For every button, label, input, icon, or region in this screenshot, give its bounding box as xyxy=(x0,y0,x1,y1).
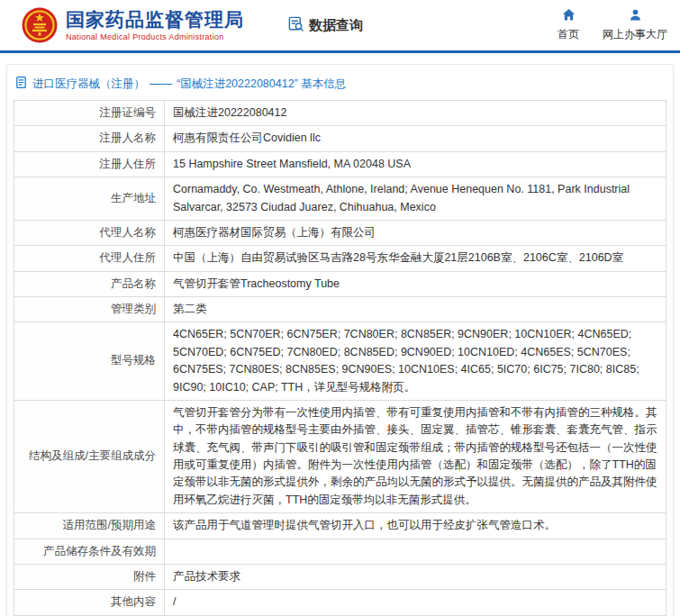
table-row: 型号规格4CN65ER; 5CN70ER; 6CN75ER; 7CN80ER; … xyxy=(14,322,666,401)
table-row: 结构及组成/主要组成成分气管切开套管分为带有一次性使用内插管、带有可重复使用内插… xyxy=(14,400,666,512)
top-header: 国家药品监督管理局 National Medical Products Admi… xyxy=(0,0,680,50)
field-value: 中国（上海）自由贸易试验区马吉路28号东华金融大厦21层2106B室、2106C… xyxy=(165,246,666,271)
table-row: 注册证编号国械注进20222080412 xyxy=(14,101,666,126)
person-icon xyxy=(629,8,642,24)
table-row: 注册人住所15 Hampshire Street Mansfield, MA 0… xyxy=(14,151,666,177)
field-label: 结构及组成/主要组成成分 xyxy=(14,400,165,512)
field-value: / xyxy=(165,590,666,615)
field-label: 适用范围/预期用途 xyxy=(14,513,165,539)
registration-info-table: 注册证编号国械注进20222080412 注册人名称柯惠有限责任公司Covidi… xyxy=(14,100,666,616)
field-value: Cornamaddy, Co. Westmeath, Athlone, Irel… xyxy=(165,177,666,221)
field-value: 柯惠医疗器材国际贸易（上海）有限公司 xyxy=(165,220,666,245)
field-label: 生产地址 xyxy=(14,177,165,221)
field-value: 4CN65ER; 5CN70ER; 6CN75ER; 7CN80ER; 8CN8… xyxy=(165,322,666,401)
field-label: 附件 xyxy=(14,564,165,589)
field-value: 该产品用于气道管理时提供气管切开入口，也可以用于经皮扩张气管造口术。 xyxy=(165,513,666,539)
field-label: 产品名称 xyxy=(14,271,165,296)
field-value xyxy=(165,539,666,564)
field-value: 气管切开套管Tracheostomy Tube xyxy=(165,271,666,296)
data-query-icon xyxy=(287,15,304,35)
field-label: 其他内容 xyxy=(14,590,165,615)
nav-home-label: 首页 xyxy=(558,27,579,42)
field-label: 代理人名称 xyxy=(14,220,165,245)
table-row: 注册人名称柯惠有限责任公司Covidien llc xyxy=(14,126,666,151)
field-value: 国械注进20222080412 xyxy=(165,101,666,126)
nav-online-service-hall[interactable]: 网上办事大厅 xyxy=(603,8,667,42)
field-label: 产品储存条件及有效期 xyxy=(14,539,165,564)
table-row: 管理类别第二类 xyxy=(14,297,666,322)
table-row: 适用范围/预期用途该产品用于气道管理时提供气管切开入口，也可以用于经皮扩张气管造… xyxy=(14,513,666,539)
agency-name-cn: 国家药品监督管理局 xyxy=(66,9,244,31)
top-navigation: 首页 网上办事大厅 xyxy=(558,8,667,42)
field-label: 注册人住所 xyxy=(14,151,165,177)
table-row: 其他内容/ xyxy=(14,590,666,615)
field-label: 代理人住所 xyxy=(14,246,165,271)
table-row: 生产地址Cornamaddy, Co. Westmeath, Athlone, … xyxy=(14,177,666,221)
nav-hall-label: 网上办事大厅 xyxy=(603,27,667,42)
table-row: 附件产品技术要求 xyxy=(14,564,666,589)
breadcrumb-category[interactable]: 进口医疗器械（注册） xyxy=(32,77,145,92)
page-title: “国械注进20222080412” 基本信息 xyxy=(177,77,346,92)
field-value: 气管切开套管分为带有一次性使用内插管、带有可重复使用内插管和不带有内插管的三种规… xyxy=(165,400,666,512)
field-label: 型号规格 xyxy=(14,322,165,401)
field-label: 管理类别 xyxy=(14,297,165,322)
breadcrumb: 进口医疗器械（注册） —— “国械注进20222080412” 基本信息 xyxy=(14,73,666,100)
field-value: 第二类 xyxy=(165,297,666,322)
field-value: 柯惠有限责任公司Covidien llc xyxy=(165,126,666,151)
national-emblem-logo xyxy=(22,7,58,43)
data-query-label: 数据查询 xyxy=(309,17,363,34)
nav-home[interactable]: 首页 xyxy=(558,8,579,42)
breadcrumb-separator: —— xyxy=(150,77,172,90)
field-label: 注册人名称 xyxy=(14,126,165,151)
agency-brand: 国家药品监督管理局 National Medical Products Admi… xyxy=(22,7,244,43)
table-row: 产品储存条件及有效期 xyxy=(14,539,666,564)
table-row: 代理人住所中国（上海）自由贸易试验区马吉路28号东华金融大厦21层2106B室、… xyxy=(14,246,666,271)
document-icon xyxy=(14,76,28,92)
header-divider xyxy=(0,50,680,53)
field-value: 产品技术要求 xyxy=(165,564,666,589)
table-row: 代理人名称柯惠医疗器材国际贸易（上海）有限公司 xyxy=(14,220,666,245)
data-query-section[interactable]: 数据查询 xyxy=(287,15,363,35)
agency-name-en: National Medical Products Administration xyxy=(66,32,244,41)
field-value: 15 Hampshire Street Mansfield, MA 02048 … xyxy=(165,151,666,177)
field-label: 注册证编号 xyxy=(14,101,165,126)
home-icon xyxy=(562,8,576,24)
content-panel: 进口医疗器械（注册） —— “国械注进20222080412” 基本信息 注册证… xyxy=(6,64,674,616)
table-row: 产品名称气管切开套管Tracheostomy Tube xyxy=(14,271,666,296)
